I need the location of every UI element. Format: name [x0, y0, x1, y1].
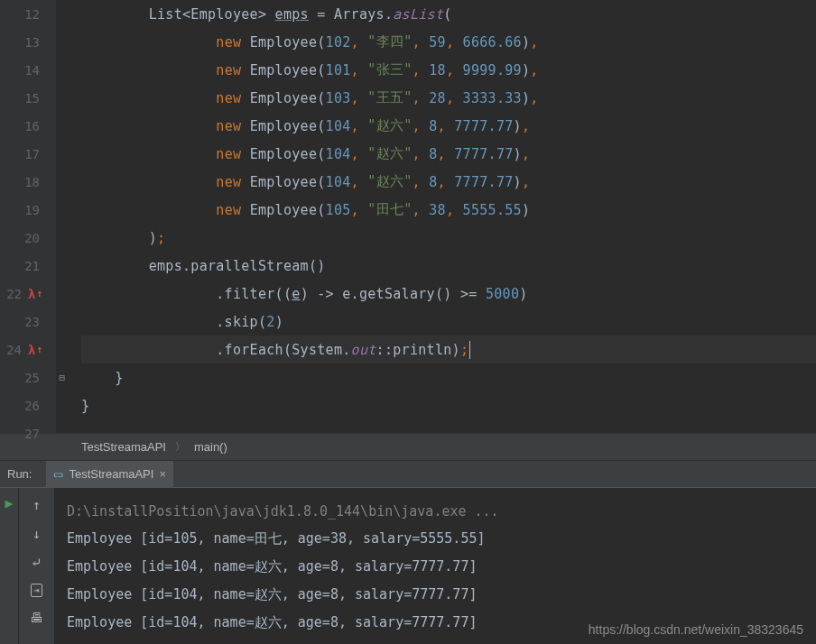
gutter-line: 23 — [0, 308, 56, 336]
run-tab-label: TestStreamaAPI — [69, 467, 153, 481]
gutter-line: 19 — [0, 196, 56, 224]
code-line[interactable]: new Employee(104, "赵六", 8, 7777.77), — [81, 112, 816, 140]
code-line[interactable]: .filter((e) -> e.getSalary() >= 5000) — [81, 280, 816, 308]
wrap-icon[interactable]: ⤶ — [31, 555, 42, 571]
run-tab[interactable]: ▭ TestStreamaAPI × — [46, 461, 173, 488]
fold-icon[interactable]: ⊟ — [59, 372, 65, 383]
code-line[interactable]: new Employee(104, "赵六", 8, 7777.77), — [81, 168, 816, 196]
gutter-line: 18 — [0, 168, 56, 196]
gutter-line: 14 — [0, 56, 56, 84]
gutter-line: 27 — [0, 419, 56, 447]
code-line[interactable] — [81, 419, 816, 447]
code-line[interactable]: new Employee(105, "田七", 38, 5555.55) — [81, 196, 816, 224]
gutter-line: 25⊟ — [0, 363, 56, 391]
run-button[interactable]: ▶ — [5, 495, 13, 511]
code-line[interactable]: .forEach(System.out::println); — [81, 336, 816, 363]
run-side-toolbar: ↑ ↓ ⤶ ⇥ 🖶 — [18, 488, 54, 644]
down-arrow-icon[interactable]: ↓ — [32, 526, 41, 542]
run-left-toolbar: ▶ — [0, 488, 18, 644]
gutter-line: 21 — [0, 252, 56, 280]
code-area[interactable]: List<Employee> emps = Arrays.asList( new… — [56, 0, 816, 433]
code-line[interactable]: List<Employee> emps = Arrays.asList( — [81, 0, 816, 28]
code-line[interactable]: ); — [81, 224, 816, 252]
up-arrow-icon[interactable]: ↑ — [32, 497, 41, 513]
console-line: D:\installPosition\java\jdk1.8.0_144\bin… — [67, 497, 803, 525]
code-line[interactable]: .skip(2) — [81, 308, 816, 336]
code-line[interactable]: emps.parallelStream() — [81, 252, 816, 280]
watermark-text: https://blog.csdn.net/weixin_38323645 — [589, 622, 803, 637]
gutter-line: 12 — [0, 0, 56, 28]
gutter-line: 22λ↑ — [0, 280, 56, 308]
gutter-line: 15 — [0, 84, 56, 112]
gutter-line: 17 — [0, 140, 56, 168]
run-label: Run: — [0, 467, 39, 481]
console-line: Employee [id=105, name=田七, age=38, salar… — [67, 525, 803, 553]
console-output[interactable]: D:\installPosition\java\jdk1.8.0_144\bin… — [54, 488, 816, 644]
code-line[interactable]: } — [81, 391, 816, 419]
code-line[interactable]: new Employee(101, "张三", 18, 9999.99), — [81, 56, 816, 84]
code-line[interactable]: } — [81, 363, 816, 391]
gutter-line: 26 — [0, 391, 56, 419]
run-tab-bar: Run: ▭ TestStreamaAPI × — [0, 460, 816, 487]
gutter-line: 24λ↑ — [0, 336, 56, 363]
console-line: Employee [id=104, name=赵六, age=8, salary… — [67, 553, 803, 581]
gutter-line: 13 — [0, 28, 56, 56]
lambda-icon: λ↑ — [27, 342, 43, 358]
text-caret — [469, 341, 470, 359]
code-line[interactable]: new Employee(104, "赵六", 8, 7777.77), — [81, 140, 816, 168]
console-icon: ▭ — [53, 468, 63, 481]
editor-area: 1213141516171819202122λ↑2324λ↑25⊟2627 Li… — [0, 0, 816, 433]
code-line[interactable]: new Employee(102, "李四", 59, 6666.66), — [81, 28, 816, 56]
print-icon[interactable]: 🖶 — [30, 610, 43, 626]
line-gutter: 1213141516171819202122λ↑2324λ↑25⊟2627 — [0, 0, 56, 433]
code-line[interactable]: new Employee(103, "王五", 28, 3333.33), — [81, 84, 816, 112]
lambda-icon: λ↑ — [27, 286, 43, 302]
run-panel: ▶ ↑ ↓ ⤶ ⇥ 🖶 D:\installPosition\java\jdk1… — [0, 487, 816, 644]
scroll-to-end-icon[interactable]: ⇥ — [31, 584, 42, 597]
console-line: Employee [id=104, name=赵六, age=8, salary… — [67, 581, 803, 609]
gutter-line: 16 — [0, 112, 56, 140]
close-icon[interactable]: × — [159, 467, 166, 481]
gutter-line: 20 — [0, 224, 56, 252]
